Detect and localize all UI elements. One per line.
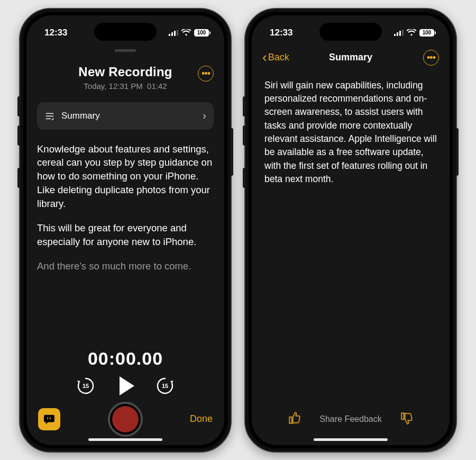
home-indicator[interactable] (314, 438, 388, 441)
home-indicator[interactable] (88, 438, 162, 441)
header: New Recording Today, 12:31 PM 01:42 ••• (37, 55, 214, 91)
recording-title: New Recording (78, 65, 172, 79)
transcript: Knowledge about features and settings, c… (37, 142, 214, 284)
player-time: 00:00.00 (37, 348, 214, 369)
sheet-grabber[interactable] (115, 49, 136, 52)
summary-row[interactable]: Summary › (37, 102, 214, 130)
battery-icon: 100 (194, 29, 210, 37)
share-feedback-label: Share Feedback (319, 414, 381, 424)
speech-quote-icon (43, 414, 55, 425)
transcript-button[interactable] (38, 408, 60, 430)
nav-bar: ‹ Back Summary ••• (262, 46, 439, 69)
phone-right: 12:33 100 ‹ Back Summary (244, 8, 457, 453)
screen: 12:33 100 New Recording (26, 15, 224, 445)
dynamic-island (94, 23, 157, 41)
recording-subtitle: Today, 12:31 PM 01:42 (78, 82, 172, 91)
more-button[interactable]: ••• (198, 66, 214, 82)
thumbs-down-icon (400, 411, 414, 425)
screen: 12:33 100 ‹ Back Summary (252, 15, 450, 445)
more-button[interactable]: ••• (423, 50, 439, 66)
battery-pct: 100 (419, 29, 434, 37)
cellular-icon (394, 30, 404, 36)
content: New Recording Today, 12:31 PM 01:42 ••• (26, 43, 224, 399)
dynamic-island (319, 23, 382, 41)
player: 00:00.00 15 (37, 348, 214, 399)
status-time: 12:33 (44, 28, 67, 38)
done-button[interactable]: Done (190, 413, 213, 425)
recording-date: Today, 12:31 PM (84, 82, 142, 91)
wifi-icon (181, 29, 191, 36)
transcript-p1: Knowledge about features and settings, c… (37, 142, 214, 211)
status-right: 100 (169, 29, 210, 37)
feedback-bar: Share Feedback (252, 411, 450, 427)
thumbs-up-button[interactable] (288, 411, 301, 427)
chevron-left-icon: ‹ (262, 49, 267, 66)
forward-15-button[interactable]: 15 (155, 376, 175, 395)
status-time: 12:33 (270, 28, 292, 38)
play-button[interactable] (120, 376, 134, 395)
record-button[interactable] (108, 402, 143, 437)
thumbs-down-button[interactable] (400, 411, 414, 427)
content: ‹ Back Summary ••• Siri will gain new ca… (252, 43, 450, 445)
cellular-icon (169, 30, 178, 36)
phone-left: 12:33 100 New Recording (19, 8, 232, 453)
rewind-seconds: 15 (76, 376, 95, 395)
back-label: Back (268, 52, 289, 63)
back-button[interactable]: ‹ Back (262, 49, 289, 66)
page-title: Summary (329, 52, 372, 63)
rewind-15-button[interactable]: 15 (76, 376, 95, 395)
forward-seconds: 15 (155, 376, 175, 395)
battery-icon: 100 (419, 29, 436, 37)
transcript-p3: And there's so much more to come. (37, 259, 214, 273)
recording-duration: 01:42 (147, 82, 167, 91)
summary-label: Summary (61, 111, 196, 121)
chevron-right-icon: › (203, 110, 206, 122)
wifi-icon (407, 29, 416, 36)
summary-icon (44, 112, 55, 120)
transcript-p2: This will be great for everyone and espe… (37, 221, 214, 249)
thumbs-up-icon (288, 411, 301, 425)
battery-pct: 100 (194, 29, 209, 37)
summary-text: Siri will gain new capabilities, includi… (262, 79, 439, 186)
status-right: 100 (394, 29, 436, 37)
